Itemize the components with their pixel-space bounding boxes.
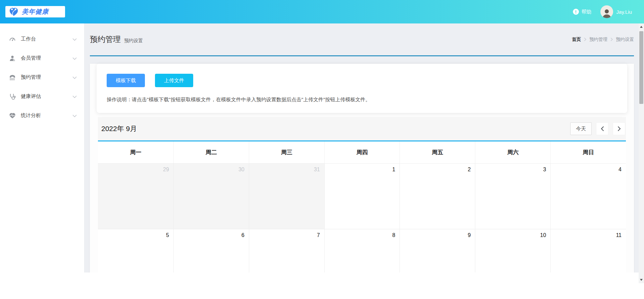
help-label: 帮助 [582, 9, 592, 15]
weekday-label: 周四 [324, 141, 400, 163]
breadcrumb-home[interactable]: 首页 [572, 37, 581, 43]
user-name: Jay.Liu [616, 9, 632, 15]
calendar-cell[interactable]: 4 [550, 164, 626, 229]
calendar-grid: 周一 周二 周三 周四 周五 周六 周日 29 30 31 1 [98, 140, 626, 273]
chevron-right-icon [584, 38, 586, 41]
member-user-icon [9, 55, 16, 62]
heart-figures-logo-icon [9, 7, 19, 16]
telephone-icon [9, 74, 16, 81]
calendar-cell[interactable]: 5 [98, 229, 173, 273]
sidebar-item-appointments[interactable]: 预约管理 [0, 68, 84, 87]
calendar-month-title: 2022年 9月 [101, 124, 137, 133]
calendar-cell[interactable]: 1 [324, 164, 400, 229]
calendar-week-row: 29 30 31 1 2 3 4 [98, 164, 626, 229]
calendar-cell[interactable]: 11 [550, 229, 626, 273]
calendar-header: 2022年 9月 今天 [98, 117, 626, 140]
user-photo-avatar [600, 5, 613, 18]
exclamation-circle-icon: ! [573, 9, 579, 15]
scrollbar-thumb[interactable] [639, 31, 643, 104]
calendar-cell[interactable]: 9 [399, 229, 475, 273]
page-title: 预约管理 [90, 34, 121, 45]
chevron-right-icon [610, 38, 613, 41]
top-header: 美年健康 ! 帮助 Jay.Liu [0, 0, 644, 23]
breadcrumb: 首页 预约管理 预约设置 [572, 37, 634, 43]
user-menu[interactable]: Jay.Liu [600, 5, 632, 18]
chevron-down-icon [72, 113, 77, 119]
app-window: 美年健康 ! 帮助 Jay.Liu [0, 0, 644, 299]
calendar-cell[interactable]: 29 [98, 164, 173, 229]
scroll-down-arrow-icon[interactable] [640, 279, 643, 281]
brand-name: 美年健康 [22, 7, 49, 16]
page-header: 预约管理 预约设置 首页 预约管理 预约设置 [90, 23, 634, 55]
weekday-label: 周一 [98, 141, 173, 163]
main-content: 预约管理 预约设置 首页 预约管理 预约设置 [85, 23, 639, 273]
calendar-cell[interactable]: 3 [475, 164, 550, 229]
content-card: 模板下载 上传文件 操作说明：请点击"模板下载"按钮获取模板文件，在模板文件中录… [90, 64, 634, 273]
weekday-label: 周日 [550, 141, 626, 163]
breadcrumb-appointments[interactable]: 预约管理 [589, 37, 607, 43]
sidebar-item-label: 预约管理 [21, 74, 41, 80]
chevron-left-icon [601, 126, 604, 131]
calendar-cell[interactable]: 30 [173, 164, 249, 229]
calendar-cell[interactable]: 2 [399, 164, 475, 229]
calendar-cell[interactable]: 7 [249, 229, 324, 273]
breadcrumb-current: 预约设置 [616, 37, 634, 43]
help-button[interactable]: ! 帮助 [573, 9, 592, 15]
vertical-scrollbar[interactable] [639, 23, 644, 283]
calendar-week-row: 5 6 7 8 9 10 11 [98, 229, 626, 273]
calendar-cell[interactable]: 10 [475, 229, 550, 273]
page-subtitle: 预约设置 [124, 38, 143, 44]
weekday-label: 周五 [399, 141, 475, 163]
sidebar-item-members[interactable]: 会员管理 [0, 49, 84, 68]
sidebar-item-health-assessment[interactable]: 健康评估 [0, 87, 84, 106]
stethoscope-icon [9, 93, 16, 100]
sidebar-nav: 工作台 会员管理 [0, 23, 85, 273]
header-right-cluster: ! 帮助 Jay.Liu [573, 5, 632, 18]
title-divider-line [90, 55, 634, 56]
calendar-controls: 今天 [570, 122, 625, 135]
upload-panel: 模板下载 上传文件 操作说明：请点击"模板下载"按钮获取模板文件，在模板文件中录… [97, 64, 627, 113]
chevron-down-icon [72, 74, 77, 80]
sidebar-item-workbench[interactable]: 工作台 [0, 29, 84, 49]
sidebar-item-label: 会员管理 [21, 55, 41, 61]
chevron-right-icon [618, 126, 621, 131]
calendar-cell[interactable]: 6 [173, 229, 249, 273]
prev-month-button[interactable] [596, 122, 608, 135]
chevron-down-icon [72, 36, 77, 42]
sidebar-item-statistics[interactable]: 统计分析 [0, 106, 84, 125]
sidebar-item-label: 健康评估 [21, 93, 41, 100]
calendar-cell[interactable]: 31 [249, 164, 324, 229]
dashboard-gauge-icon [9, 36, 16, 43]
operation-instruction-text: 操作说明：请点击"模板下载"按钮获取模板文件，在模板文件中录入预约设置数据后点击… [107, 97, 617, 103]
sidebar-item-label: 工作台 [21, 36, 36, 42]
template-download-button[interactable]: 模板下载 [107, 74, 145, 87]
chevron-down-icon [72, 55, 77, 61]
heart-pulse-icon [9, 112, 16, 119]
scroll-up-arrow-icon[interactable] [640, 26, 643, 28]
weekday-label: 周六 [475, 141, 550, 163]
weekday-label: 周二 [173, 141, 249, 163]
next-month-button[interactable] [613, 122, 625, 135]
brand-logo[interactable]: 美年健康 [5, 6, 65, 17]
upload-file-button[interactable]: 上传文件 [155, 74, 193, 87]
sidebar-item-label: 统计分析 [21, 112, 41, 119]
calendar-cell[interactable]: 8 [324, 229, 400, 273]
appointment-calendar: 2022年 9月 今天 [98, 117, 626, 273]
weekday-header-row: 周一 周二 周三 周四 周五 周六 周日 [98, 141, 626, 164]
chevron-down-icon [72, 94, 77, 100]
today-button[interactable]: 今天 [570, 122, 592, 135]
weekday-label: 周三 [249, 141, 324, 163]
